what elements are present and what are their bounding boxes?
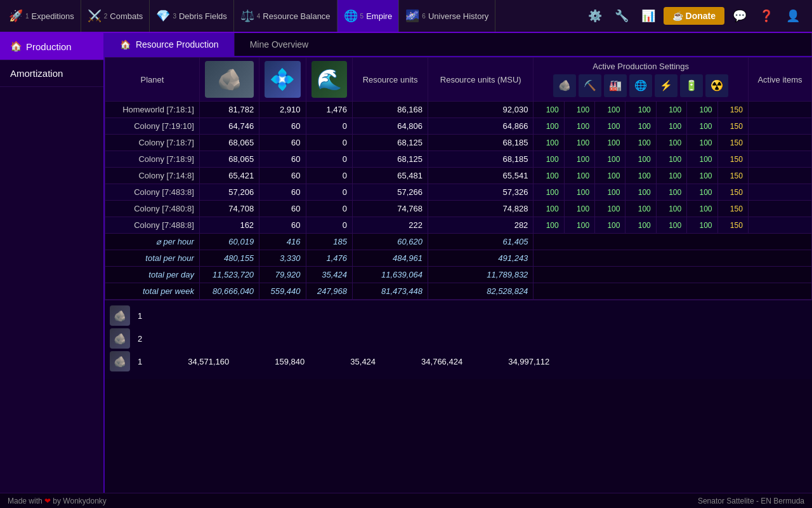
tab-resource-production[interactable]: 🏠 Resource Production	[105, 33, 235, 56]
active-items-cell	[748, 118, 811, 135]
table-row[interactable]: Homeworld [7:18:1] 81,782 2,910 1,476 86…	[105, 102, 812, 118]
setting-icon-5: ⚡	[655, 74, 678, 97]
setting-5-cell: 100	[656, 135, 686, 151]
setting-6-cell: 100	[687, 135, 717, 151]
profile-button[interactable]: 👤	[782, 4, 804, 27]
planet-cell: Colony [7:14:8]	[105, 168, 200, 184]
sidebar-production-label: Production	[26, 41, 72, 52]
summary-col2: 79,920	[259, 267, 306, 283]
nav-empire[interactable]: 🌐 5 Empire	[337, 0, 400, 32]
summary-row: total per week 80,666,040 559,440 247,96…	[105, 283, 812, 300]
summary-col3: 35,424	[306, 267, 352, 283]
summary-col3: 185	[306, 234, 352, 250]
summary-row: total per day 11,523,720 79,920 35,424 1…	[105, 267, 812, 283]
setting-7-cell: 150	[717, 168, 748, 184]
summary-label-cell: total per day	[105, 267, 200, 283]
table-row[interactable]: Colony [7:18:9] 68,065 60 0 68,125 68,18…	[105, 151, 812, 168]
table-row[interactable]: Colony [7:14:8] 65,421 60 0 65,481 65,54…	[105, 168, 812, 184]
table-row[interactable]: Colony [7:483:8] 57,206 60 0 57,266 57,3…	[105, 184, 812, 201]
setting-5-cell: 100	[656, 217, 686, 234]
summary-msu: 491,243	[428, 250, 534, 267]
setting-7-cell: 150	[717, 151, 748, 168]
th-resource-units: Resource units	[353, 58, 428, 102]
nav-debris-label: Debris Fields	[179, 11, 227, 21]
setting-6-cell: 100	[687, 118, 717, 135]
setting-1-cell: 100	[534, 184, 564, 201]
th-planet: Planet	[105, 58, 200, 102]
nav-combats[interactable]: ⚔️ 2 Combats	[81, 0, 150, 32]
bottom-section: 🪨 1 🪨 2 🪨 1 34,571,160 159,840 35,424 34…	[105, 300, 812, 379]
bottom-col3: 35,424	[350, 357, 376, 366]
nav-resource-balance-label: Resource Balance	[263, 11, 330, 21]
setting-7-cell: 150	[717, 201, 748, 217]
setting-3-cell: 100	[595, 168, 625, 184]
planet-cell: Colony [7:19:10]	[105, 118, 200, 135]
setting-4-cell: 100	[625, 118, 656, 135]
setting-6-cell: 100	[687, 201, 717, 217]
bottom-row-3: 🪨 1 34,571,160 159,840 35,424 34,766,424…	[110, 351, 807, 371]
setting-4-cell: 100	[625, 201, 656, 217]
nav-expeditions-label: Expeditions	[32, 11, 74, 21]
resource-units-cell: 65,481	[353, 168, 428, 184]
active-items-cell	[748, 201, 811, 217]
footer: Made with ❤ by Wonkydonky Senator Sattel…	[0, 493, 812, 508]
bottom-col2: 159,840	[275, 357, 304, 366]
bottom-count-3: 1	[138, 357, 142, 366]
settings-button[interactable]: ⚙️	[584, 4, 606, 27]
bottom-count-2: 2	[138, 334, 142, 344]
th-active-prod-settings: Active Production Settings 🪨 ⛏️ 🏭 🌐 ⚡ 🔋 …	[534, 58, 749, 102]
setting-4-cell: 100	[625, 151, 656, 168]
table-row[interactable]: Colony [7:18:7] 68,065 60 0 68,125 68,18…	[105, 135, 812, 151]
setting-icon-3: 🏭	[604, 74, 627, 97]
nav-debris[interactable]: 💎 3 Debris Fields	[150, 0, 233, 32]
setting-5-cell: 100	[656, 201, 686, 217]
mine-overview-label: Mine Overview	[250, 39, 309, 50]
setting-1-cell: 100	[534, 168, 564, 184]
tools-button[interactable]: 🔧	[610, 4, 633, 27]
deut-cell: 1,476	[306, 102, 352, 118]
setting-1-cell: 100	[534, 201, 564, 217]
bottom-icon-1: 🪨	[110, 305, 130, 326]
donate-button[interactable]: ☕ Donate	[664, 7, 724, 25]
planet-cell: Homeworld [7:18:1]	[105, 102, 200, 118]
setting-6-cell: 100	[687, 151, 717, 168]
setting-5-cell: 100	[656, 151, 686, 168]
resource-units-cell: 86,168	[353, 102, 428, 118]
setting-1-cell: 100	[534, 118, 564, 135]
setting-icon-7: ☢️	[705, 74, 728, 97]
setting-3-cell: 100	[595, 135, 625, 151]
expeditions-icon: 🚀	[9, 9, 23, 23]
main-content: 🏠 Resource Production Mine Overview Plan…	[105, 33, 812, 493]
resource-units-cell: 57,266	[353, 184, 428, 201]
sidebar-item-production[interactable]: 🏠 Production	[0, 33, 103, 60]
resource-units-cell: 222	[353, 217, 428, 234]
msu-cell: 64,866	[428, 118, 534, 135]
deut-cell: 0	[306, 135, 352, 151]
tab-mine-overview[interactable]: Mine Overview	[235, 33, 812, 56]
summary-row: total per hour 480,155 3,330 1,476 484,9…	[105, 250, 812, 267]
planet-cell: Colony [7:18:9]	[105, 151, 200, 168]
resource-units-cell: 64,806	[353, 118, 428, 135]
bottom-col1: 34,571,160	[188, 357, 229, 366]
content-tabs: 🏠 Resource Production Mine Overview	[105, 33, 812, 57]
nav-resource-balance[interactable]: ⚖️ 4 Resource Balance	[234, 0, 337, 32]
deut-cell: 0	[306, 217, 352, 234]
spreadsheet-button[interactable]: 📊	[637, 4, 660, 27]
planet-cell: Colony [7:488:8]	[105, 217, 200, 234]
table-row[interactable]: Colony [7:19:10] 64,746 60 0 64,806 64,8…	[105, 118, 812, 135]
discord-button[interactable]: 💬	[728, 4, 751, 27]
setting-2-cell: 100	[564, 184, 594, 201]
sidebar-item-amortization[interactable]: Amortization	[0, 60, 103, 87]
metal-cell: 64,746	[199, 118, 259, 135]
nav-expeditions[interactable]: 🚀 1 Expeditions	[3, 0, 81, 32]
bottom-row-2: 🪨 2	[110, 328, 807, 349]
table-row[interactable]: Colony [7:480:8] 74,708 60 0 74,768 74,8…	[105, 201, 812, 217]
msu-cell: 74,828	[428, 201, 534, 217]
setting-2-cell: 100	[564, 102, 594, 118]
summary-col3: 247,968	[306, 283, 352, 300]
setting-4-cell: 100	[625, 184, 656, 201]
nav-universe-history[interactable]: 🌌 6 Universe History	[399, 0, 495, 32]
table-row[interactable]: Colony [7:488:8] 162 60 0 222 282 100 10…	[105, 217, 812, 234]
help-button[interactable]: ❓	[755, 4, 778, 27]
metal-cell: 57,206	[199, 184, 259, 201]
